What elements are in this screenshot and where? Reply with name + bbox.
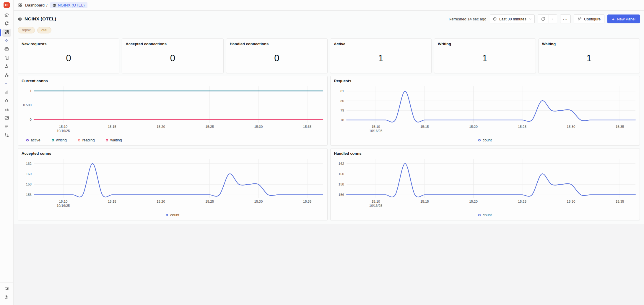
sidebar-item-traces[interactable]: [2, 63, 11, 71]
legend-label: count: [483, 213, 492, 217]
dashboard-header: NGINX (OTEL) Refreshed 14 sec ago Last 3…: [18, 14, 640, 24]
legend-item-waiting[interactable]: waiting: [106, 138, 122, 142]
legend-item-count[interactable]: count: [478, 213, 492, 217]
time-range-select[interactable]: Last 30 minutes: [490, 14, 535, 23]
sparkles-icon: [4, 38, 9, 44]
tag-nginx: nginx: [18, 27, 35, 33]
pipeline-icon: [4, 133, 9, 139]
svg-text:160: 160: [338, 172, 344, 176]
bar-chart-icon: [4, 90, 9, 96]
svg-text:15:10: 15:10: [59, 200, 68, 203]
svg-text:0: 0: [30, 118, 32, 121]
sidebar-item-services[interactable]: [2, 46, 11, 54]
svg-text:15:25: 15:25: [205, 200, 214, 203]
handled-conns-chart[interactable]: 15:1010/16/2515:1515:2015:2515:3015:3515…: [334, 156, 637, 208]
legend-item-writing[interactable]: writing: [52, 138, 67, 142]
breadcrumb: Dashboard / NGINX (OTEL): [14, 0, 644, 11]
drive-icon: [4, 47, 9, 53]
sidebar-item-pipelines[interactable]: [2, 132, 11, 140]
sidebar-item-messaging-queues[interactable]: [2, 72, 11, 80]
stat-panel-writing: Writing 1: [434, 38, 536, 73]
more-options-button[interactable]: ···: [560, 14, 571, 23]
compass-icon: [4, 64, 9, 70]
legend-marker: [166, 214, 168, 216]
configure-button[interactable]: Configure: [574, 14, 604, 23]
chat-icon: [4, 286, 9, 292]
chart-legend: count: [334, 213, 636, 217]
svg-text:81: 81: [340, 89, 344, 93]
sidebar-item-logs[interactable]: [2, 55, 11, 62]
breadcrumb-current-chip[interactable]: NGINX (OTEL): [50, 2, 87, 8]
sidebar-item-ai[interactable]: [2, 38, 11, 45]
svg-text:15:35: 15:35: [615, 125, 624, 128]
svg-text:10/16/25: 10/16/25: [57, 129, 70, 133]
legend-item-count[interactable]: count: [478, 138, 492, 142]
sidebar-item-settings[interactable]: [2, 294, 11, 302]
page-title-text: NGINX (OTEL): [25, 16, 56, 22]
svg-text:15:35: 15:35: [303, 125, 312, 128]
dashboard-canvas: NGINX (OTEL) Refreshed 14 sec ago Last 3…: [14, 11, 644, 224]
breadcrumb-separator: /: [46, 3, 48, 7]
chart-panel-requests: Requests 15:1010/16/2515:1515:2015:2515:…: [330, 76, 640, 146]
chart-title: Current conns: [22, 79, 324, 83]
sidebar-item-more[interactable]: [2, 80, 11, 88]
svg-text:0.500: 0.500: [23, 103, 32, 107]
svg-text:80: 80: [340, 99, 344, 103]
refresh-button[interactable]: [538, 15, 549, 23]
chart-legend: count: [22, 213, 324, 217]
logs-icon: [4, 55, 9, 62]
svg-text:15:20: 15:20: [157, 200, 165, 203]
svg-text:15:30: 15:30: [567, 125, 575, 128]
stat-panel-active: Active 1: [330, 38, 432, 73]
legend-marker: [478, 139, 481, 141]
new-panel-button[interactable]: + New Panel: [607, 14, 640, 23]
current-conns-chart[interactable]: 15:1010/16/2515:1515:2015:2515:3015:3500…: [22, 84, 324, 133]
main-area: Dashboard / NGINX (OTEL) NGINX (OTEL) Re…: [14, 0, 644, 305]
accepted-conns-chart[interactable]: 15:1010/16/2515:1515:2015:2515:3015:3515…: [22, 156, 324, 208]
sidebar-item-support[interactable]: [2, 285, 11, 293]
sidebar-item-metrics[interactable]: [2, 89, 11, 97]
home-icon: [4, 12, 9, 19]
svg-text:15:25: 15:25: [205, 125, 214, 128]
stat-panel-new-requests: New requests 0: [18, 38, 119, 73]
legend-item-reading[interactable]: reading: [78, 138, 95, 142]
svg-text:15:35: 15:35: [303, 200, 312, 203]
stat-label: Accepted connections: [126, 42, 219, 46]
sidebar-divider: [0, 282, 13, 283]
stat-value: 0: [22, 46, 116, 70]
stat-value: 0: [230, 46, 324, 70]
new-panel-label: New Panel: [617, 17, 635, 21]
breadcrumb-current-label: NGINX (OTEL): [58, 3, 85, 7]
svg-text:15:10: 15:10: [371, 125, 380, 128]
refresh-interval-caret[interactable]: [549, 15, 557, 23]
svg-text:10/16/25: 10/16/25: [369, 204, 382, 207]
sidebar-item-explorer[interactable]: [2, 106, 11, 114]
sidebar-item-anomalies[interactable]: [2, 115, 11, 122]
sidebar-item-alerts[interactable]: [2, 20, 11, 28]
legend-marker: [78, 139, 80, 141]
sidebar-item-billing[interactable]: [2, 123, 11, 131]
svg-text:158: 158: [338, 183, 344, 186]
breadcrumb-dashboard[interactable]: Dashboard: [25, 3, 45, 7]
requests-chart[interactable]: 15:1010/16/2515:1515:2015:2515:3015:3578…: [334, 84, 637, 133]
queues-icon: [4, 72, 9, 79]
svg-text:15:15: 15:15: [108, 125, 116, 128]
dashboard-controls: Refreshed 14 sec ago Last 30 minutes: [449, 14, 640, 23]
svg-text:15:30: 15:30: [254, 200, 263, 203]
signoz-logo[interactable]: [4, 2, 10, 8]
stat-value: 1: [542, 46, 636, 70]
chart-title: Requests: [334, 79, 636, 83]
sidebar-item-home[interactable]: [2, 12, 11, 20]
configure-label: Configure: [584, 17, 601, 21]
legend-item-active[interactable]: active: [26, 138, 40, 142]
chart-square-icon: [4, 115, 9, 122]
sidebar-item-exceptions[interactable]: [2, 98, 11, 105]
chart-panels-grid: Current conns 15:1010/16/2515:1515:2015:…: [18, 76, 640, 220]
svg-text:156: 156: [26, 193, 32, 196]
sidebar: [0, 0, 14, 305]
binoculars-icon: [4, 107, 9, 113]
legend-item-count[interactable]: count: [166, 213, 179, 217]
bug-icon: [4, 98, 9, 104]
sidebar-item-dashboards[interactable]: [2, 29, 11, 37]
clock-icon: [493, 17, 497, 21]
